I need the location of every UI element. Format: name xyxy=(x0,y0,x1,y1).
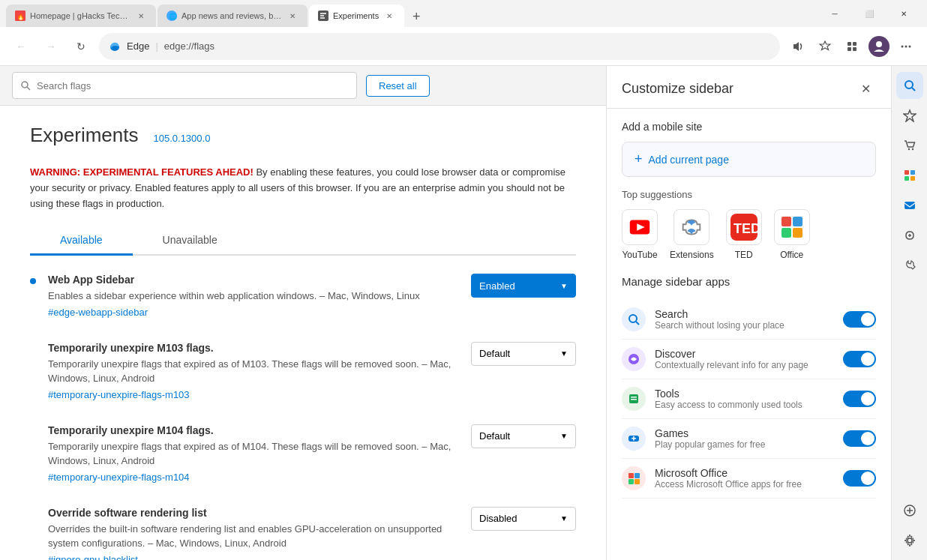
tools-toggle[interactable] xyxy=(843,391,876,407)
games-toggle[interactable] xyxy=(843,430,876,447)
flag-link-4[interactable]: #ignore-gpu-blacklist xyxy=(48,554,138,560)
flag-name-3: Temporarily unexpire M104 flags. xyxy=(48,424,459,436)
svg-rect-39 xyxy=(634,479,640,484)
svg-rect-38 xyxy=(628,479,634,484)
flag-info-2: Temporarily unexpire M103 flags. Tempora… xyxy=(48,342,459,400)
sidebar-app-search: Search Search without losing your place xyxy=(622,300,876,340)
svg-rect-45 xyxy=(904,170,909,175)
search-app-desc: Search without losing your place xyxy=(655,320,834,331)
sidebar-search-icon[interactable] xyxy=(896,72,923,99)
main-area: Reset all Experiments 105.0.1300.0 WARNI… xyxy=(0,66,927,560)
add-mobile-site-label: Add a mobile site xyxy=(622,121,876,133)
suggestion-youtube[interactable]: YouTube xyxy=(622,209,658,260)
minimize-button[interactable]: ─ xyxy=(818,1,852,25)
sidebar-games-icon[interactable] xyxy=(896,222,923,249)
window-controls: ─ ⬜ ✕ xyxy=(818,1,921,25)
flag-desc-1: Enables a sidebar experience within web … xyxy=(48,289,459,304)
maximize-button[interactable]: ⬜ xyxy=(852,1,886,25)
svg-text:TED: TED xyxy=(734,221,758,236)
read-aloud-button[interactable] xyxy=(786,34,810,58)
sidebar-tools-icon[interactable] xyxy=(896,252,923,279)
games-app-name: Games xyxy=(655,427,834,439)
chevron-down-icon: ▼ xyxy=(560,282,568,290)
flag-select-3[interactable]: Default ▼ xyxy=(471,424,576,448)
flag-select-1[interactable]: Enabled ▼ xyxy=(471,274,576,298)
flag-link-2[interactable]: #temporary-unexpire-flags-m103 xyxy=(48,389,190,400)
sidebar-add-icon[interactable] xyxy=(896,497,923,524)
settings-more-button[interactable] xyxy=(894,34,918,58)
chevron-down-icon-4: ▼ xyxy=(560,514,568,523)
flag-info-3: Temporarily unexpire M104 flags. Tempora… xyxy=(48,424,459,483)
flag-link-3[interactable]: #temporary-unexpire-flags-m104 xyxy=(48,472,190,483)
tab-3[interactable]: Experiments ✕ xyxy=(309,4,404,27)
sidebar-settings-icon[interactable] xyxy=(896,527,923,554)
sidebar-outlook-icon[interactable] xyxy=(896,192,923,219)
tab-2-favicon: 🌐 xyxy=(166,10,177,21)
address-bar[interactable]: Edge | edge://flags xyxy=(99,33,780,60)
plus-icon: + xyxy=(634,151,643,167)
youtube-icon xyxy=(622,209,658,245)
reload-button[interactable]: ↻ xyxy=(69,34,93,58)
version-badge: 105.0.1300.0 xyxy=(154,133,211,144)
new-tab-button[interactable]: + xyxy=(406,6,427,27)
suggestion-ted[interactable]: TED TED xyxy=(726,209,762,260)
svg-point-14 xyxy=(22,82,28,88)
reset-all-button[interactable]: Reset all xyxy=(366,75,430,97)
profile-button[interactable] xyxy=(867,34,891,58)
discover-toggle[interactable] xyxy=(843,351,876,367)
sidebar-header: Customize sidebar ✕ xyxy=(607,66,891,109)
suggestion-extensions[interactable]: Extensions xyxy=(670,209,714,260)
discover-app-name: Discover xyxy=(655,348,834,360)
msoffice-toggle[interactable] xyxy=(843,470,876,487)
sidebar-close-button[interactable]: ✕ xyxy=(855,78,876,99)
tab-2-close[interactable]: ✕ xyxy=(286,10,298,22)
svg-rect-32 xyxy=(631,399,637,400)
forward-button[interactable]: → xyxy=(39,34,63,58)
sidebar-star-icon[interactable] xyxy=(896,102,923,129)
svg-rect-24 xyxy=(793,217,802,226)
collections-button[interactable] xyxy=(840,34,864,58)
flag-item-2: Temporarily unexpire M103 flags. Tempora… xyxy=(30,342,576,400)
search-box[interactable] xyxy=(12,72,357,99)
search-app-icon xyxy=(622,307,646,331)
nav-bar: ← → ↻ Edge | edge://flags xyxy=(0,27,927,66)
msoffice-app-name: Microsoft Office xyxy=(655,467,834,479)
sidebar-shopping-icon[interactable] xyxy=(896,132,923,159)
search-icon xyxy=(20,80,31,91)
tab-1[interactable]: 🔥 Homepage | gHacks Technology ✕ xyxy=(6,4,156,27)
sidebar-app-msoffice: Microsoft Office Access Microsoft Office… xyxy=(622,459,876,499)
sidebar-panel: Customize sidebar ✕ Add a mobile site + … xyxy=(606,66,891,560)
flag-select-4[interactable]: Disabled ▼ xyxy=(471,507,576,531)
suggestions-grid: YouTube Extensions TED TED xyxy=(622,209,876,260)
page-title: Experiments xyxy=(30,124,139,147)
tab-available[interactable]: Available xyxy=(30,226,133,256)
svg-point-44 xyxy=(911,148,913,150)
back-button[interactable]: ← xyxy=(9,34,33,58)
svg-line-28 xyxy=(636,322,639,325)
tab-1-close[interactable]: ✕ xyxy=(135,10,147,22)
msoffice-app-info: Microsoft Office Access Microsoft Office… xyxy=(655,467,834,490)
msoffice-app-desc: Access Microsoft Office apps for free xyxy=(655,479,834,490)
close-button[interactable]: ✕ xyxy=(886,1,921,25)
tab-unavailable[interactable]: Unavailable xyxy=(133,226,248,256)
flag-select-2[interactable]: Default ▼ xyxy=(471,342,576,366)
svg-text:🌐: 🌐 xyxy=(169,12,177,21)
flag-link-1[interactable]: #edge-webapp-sidebar xyxy=(48,307,148,318)
suggestion-office[interactable]: Office xyxy=(774,209,810,260)
extensions-icon xyxy=(674,209,710,245)
add-current-page-button[interactable]: + Add current page xyxy=(622,142,876,177)
warning-text: WARNING: EXPERIMENTAL FEATURES AHEAD! By… xyxy=(30,165,576,211)
search-toggle[interactable] xyxy=(843,311,876,328)
svg-line-41 xyxy=(912,88,915,91)
sidebar-app-discover: Discover Contextually relevant info for … xyxy=(622,340,876,379)
tab-3-close[interactable]: ✕ xyxy=(383,10,395,22)
favorites-button[interactable] xyxy=(813,34,837,58)
ted-label: TED xyxy=(735,250,753,260)
tab-2[interactable]: 🌐 App news and reviews, best soft ✕ xyxy=(158,4,308,27)
flag-item-4: Override software rendering list Overrid… xyxy=(30,507,576,560)
search-input[interactable] xyxy=(37,80,349,91)
avatar[interactable] xyxy=(868,36,890,57)
youtube-label: YouTube xyxy=(622,250,657,260)
sidebar-office-icon[interactable] xyxy=(896,162,923,189)
search-app-info: Search Search without losing your place xyxy=(655,308,834,331)
